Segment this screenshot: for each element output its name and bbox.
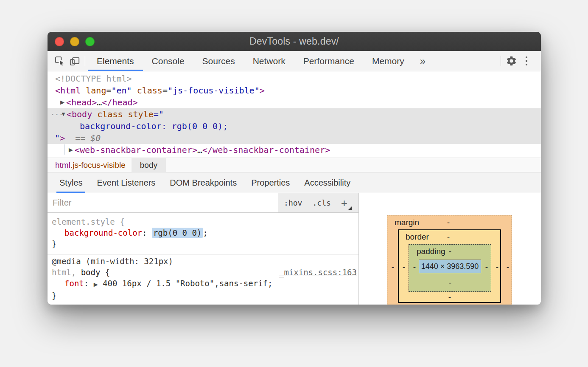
class-toggle[interactable]: .cls bbox=[312, 198, 330, 207]
device-toolbar-icon[interactable] bbox=[67, 51, 82, 71]
css-rules-list: element.style { background-color: rgb(0 … bbox=[48, 213, 358, 305]
css-declaration[interactable]: font: ▶ 400 16px / 1.5 "Roboto",sans-ser… bbox=[48, 278, 358, 290]
dom-row-head[interactable]: ▶<head>…</head> bbox=[48, 96, 541, 108]
border-label: border bbox=[406, 232, 429, 242]
styles-pane: :hov .cls + element.style { background-c… bbox=[48, 193, 359, 305]
box-model-pane: 1440 × 3963.590 margin border padding - … bbox=[359, 193, 541, 305]
expand-arrow-icon[interactable]: ▶ bbox=[60, 96, 66, 108]
tab-accessibility[interactable]: Accessibility bbox=[297, 172, 358, 193]
margin-top-value[interactable]: - bbox=[446, 218, 451, 227]
border-right-value[interactable]: - bbox=[495, 263, 500, 272]
rule-selector[interactable]: html, body {_mixins.scss:163 bbox=[48, 267, 358, 278]
traffic-lights bbox=[55, 32, 95, 51]
styles-filter-bar: :hov .cls + bbox=[48, 193, 358, 213]
expand-arrow-icon[interactable]: ▶ bbox=[69, 144, 75, 156]
rule-close-brace: } bbox=[48, 238, 358, 249]
more-tabs-icon[interactable]: » bbox=[413, 51, 432, 71]
margin-left-value[interactable]: - bbox=[390, 263, 395, 272]
more-options-kebab-icon[interactable] bbox=[519, 51, 534, 71]
devtools-window: DevTools - web.dev/ Elements Console Sou… bbox=[48, 32, 541, 305]
box-model-content[interactable]: 1440 × 3963.590 bbox=[419, 260, 481, 273]
dom-tree: <!DOCTYPE html> <html lang="en" class="j… bbox=[48, 71, 541, 158]
margin-right-value[interactable]: - bbox=[505, 263, 510, 272]
breadcrumb: html.js-focus-visible body bbox=[48, 158, 541, 172]
tab-dom-breakpoints[interactable]: DOM Breakpoints bbox=[162, 172, 244, 193]
tab-network[interactable]: Network bbox=[244, 51, 294, 71]
minimize-window-button[interactable] bbox=[70, 37, 79, 46]
tab-event-listeners[interactable]: Event Listeners bbox=[90, 172, 162, 193]
inspect-element-icon[interactable] bbox=[52, 51, 67, 71]
settings-gear-icon[interactable] bbox=[504, 51, 519, 71]
padding-label: padding bbox=[417, 247, 445, 256]
overflow-dots-badge[interactable]: ··· bbox=[50, 108, 63, 120]
styles-filter-input[interactable] bbox=[48, 193, 278, 212]
tab-styles[interactable]: Styles bbox=[52, 172, 90, 193]
css-declaration[interactable]: background-color: rgb(0 0 0); bbox=[48, 227, 358, 238]
dom-row-html[interactable]: <html lang="en" class="js-focus-visible"… bbox=[48, 85, 541, 96]
tab-sources[interactable]: Sources bbox=[193, 51, 244, 71]
border-bottom-value[interactable]: - bbox=[447, 293, 452, 302]
selected-body-node[interactable]: ···▼<body class style=" background-color… bbox=[48, 108, 541, 144]
tab-memory[interactable]: Memory bbox=[363, 51, 413, 71]
sidebar-tabs: Styles Event Listeners DOM Breakpoints P… bbox=[48, 172, 541, 193]
tab-console[interactable]: Console bbox=[143, 51, 193, 71]
window-title: DevTools - web.dev/ bbox=[249, 36, 339, 47]
dom-row-body-style[interactable]: background-color: rgb(0 0 0); bbox=[48, 120, 541, 132]
new-style-rule-button[interactable]: + bbox=[341, 198, 350, 209]
tab-performance[interactable]: Performance bbox=[294, 51, 363, 71]
dom-row-body-close[interactable]: "> == $0 bbox=[48, 132, 541, 144]
box-model-diagram: 1440 × 3963.590 margin border padding - … bbox=[387, 215, 512, 305]
breadcrumb-body[interactable]: body bbox=[132, 158, 166, 172]
tab-elements[interactable]: Elements bbox=[88, 51, 143, 71]
zoom-window-button[interactable] bbox=[85, 37, 95, 46]
breadcrumb-html[interactable]: html.js-focus-visible bbox=[53, 158, 128, 172]
padding-left-value[interactable]: - bbox=[412, 263, 417, 272]
titlebar: DevTools - web.dev/ bbox=[48, 32, 541, 51]
stylesheet-source-link[interactable]: _mixins.scss:163 bbox=[279, 267, 357, 278]
tab-properties[interactable]: Properties bbox=[244, 172, 297, 193]
dom-row-web-snackbar[interactable]: ▶<web-snackbar-container>…</web-snackbar… bbox=[48, 144, 541, 156]
padding-top-value[interactable]: - bbox=[448, 247, 453, 256]
border-left-value[interactable]: - bbox=[401, 263, 406, 272]
rule-media-321: @media (min-width: 321px) html, body {_m… bbox=[48, 254, 358, 303]
pseudo-state-toggle[interactable]: :hov bbox=[284, 198, 302, 207]
rule-close-brace: } bbox=[48, 290, 358, 301]
dom-row-doctype[interactable]: <!DOCTYPE html> bbox=[48, 73, 541, 85]
margin-label: margin bbox=[395, 218, 419, 227]
padding-bottom-value[interactable]: - bbox=[448, 278, 453, 288]
media-query: @media (min-width: 341px) bbox=[48, 304, 358, 305]
dom-row-body-open[interactable]: ···▼<body class style=" bbox=[48, 108, 541, 120]
rule-element-style: element.style { background-color: rgb(0 … bbox=[48, 213, 358, 254]
toolbar-divider-right bbox=[501, 56, 501, 66]
padding-right-value[interactable]: - bbox=[484, 263, 489, 272]
rule-media-341: @media (min-width: 341px) bbox=[48, 303, 358, 305]
border-top-value[interactable]: - bbox=[446, 232, 451, 242]
main-toolbar: Elements Console Sources Network Perform… bbox=[48, 51, 541, 71]
rule-selector[interactable]: element.style { bbox=[48, 216, 358, 227]
media-query: @media (min-width: 321px) bbox=[48, 256, 358, 267]
toolbar-divider bbox=[85, 56, 85, 66]
close-window-button[interactable] bbox=[55, 37, 64, 46]
